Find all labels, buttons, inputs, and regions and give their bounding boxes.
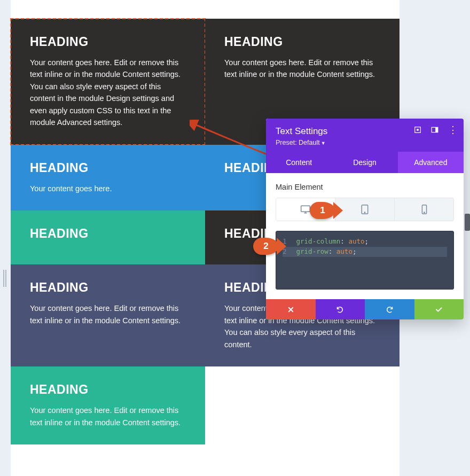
grid-cell-9[interactable]: HEADING Your content goes here. Edit or …	[11, 366, 205, 444]
panel-tabs: Content Design Advanced	[266, 152, 464, 173]
chevron-down-icon: ▼	[321, 141, 326, 146]
close-icon	[287, 306, 295, 314]
cell-body: Your content goes here. Edit or remove t…	[224, 57, 380, 81]
device-tab-phone[interactable]	[395, 198, 453, 221]
focus-icon[interactable]	[414, 126, 421, 134]
panel-footer	[266, 299, 464, 319]
tab-content[interactable]: Content	[266, 152, 332, 173]
grid-cell-3[interactable]: HEADING Your content goes here.	[11, 145, 205, 210]
annotation-badge-1: 1	[310, 202, 335, 219]
cell-heading: HEADING	[30, 227, 186, 241]
cell-heading: HEADING	[30, 383, 186, 397]
preset-label: Preset: Default	[276, 139, 320, 146]
redo-button[interactable]	[365, 299, 414, 319]
dock-icon[interactable]	[431, 126, 438, 134]
annotation-badge-2: 2	[253, 238, 279, 255]
redo-icon	[386, 306, 394, 314]
undo-icon	[336, 306, 344, 314]
cell-heading: HEADING	[30, 280, 186, 295]
cell-body: Your content goes here. Edit or remove t…	[30, 57, 186, 129]
panel-body: Main Element 1 grid-column: auto; 2 grid…	[266, 173, 464, 299]
row-drag-handle[interactable]	[3, 270, 9, 287]
device-tab-tablet[interactable]	[335, 198, 395, 221]
responsive-tabs	[276, 198, 454, 221]
cell-heading: HEADING	[30, 35, 186, 49]
undo-button[interactable]	[316, 299, 365, 319]
desktop-icon	[300, 205, 311, 214]
check-icon	[435, 306, 443, 314]
grid-cell-1[interactable]: HEADING Your content goes here. Edit or …	[11, 19, 205, 145]
tab-advanced[interactable]: Advanced	[398, 152, 464, 173]
text-settings-panel: Text Settings Preset: Default▼ ⋮ Content…	[266, 119, 464, 319]
custom-css-editor[interactable]: 1 grid-column: auto; 2 grid-row: auto;	[276, 231, 454, 290]
tab-design[interactable]: Design	[332, 152, 397, 173]
svg-point-6	[364, 212, 365, 213]
tablet-icon	[361, 205, 369, 214]
save-button[interactable]	[414, 299, 464, 319]
grid-cell-7[interactable]: HEADING Your content goes here. Edit or …	[11, 264, 205, 366]
svg-rect-4	[301, 206, 310, 212]
cell-body: Your content goes here.	[30, 183, 186, 194]
svg-rect-1	[417, 129, 419, 131]
phone-icon	[421, 205, 427, 214]
panel-header[interactable]: Text Settings Preset: Default▼ ⋮	[266, 119, 464, 152]
scrollbar-thumb[interactable]	[465, 214, 470, 231]
cell-body: Your content goes here. Edit or remove t…	[30, 302, 186, 326]
cell-heading: HEADING	[30, 161, 186, 175]
cell-heading: HEADING	[224, 35, 380, 49]
section-label: Main Element	[276, 183, 454, 191]
grid-cell-5[interactable]: HEADING	[11, 210, 205, 264]
svg-point-8	[424, 212, 424, 213]
preset-selector[interactable]: Preset: Default▼	[276, 139, 454, 146]
cell-body: Your content goes here. Edit or remove t…	[30, 404, 186, 428]
svg-rect-3	[435, 127, 438, 132]
discard-button[interactable]	[266, 299, 316, 319]
